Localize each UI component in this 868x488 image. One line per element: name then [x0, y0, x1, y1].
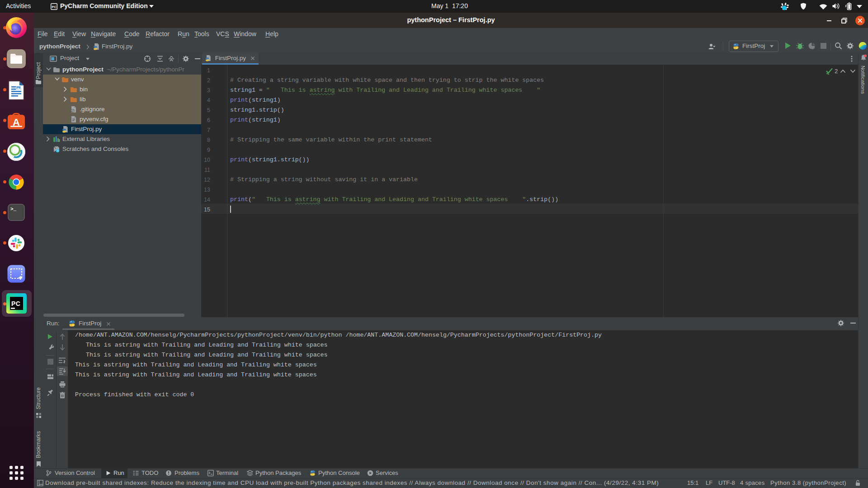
svg-text:>_: >_ [10, 206, 17, 212]
svg-text:PC: PC [11, 300, 20, 307]
svg-text:PC: PC [52, 5, 57, 9]
